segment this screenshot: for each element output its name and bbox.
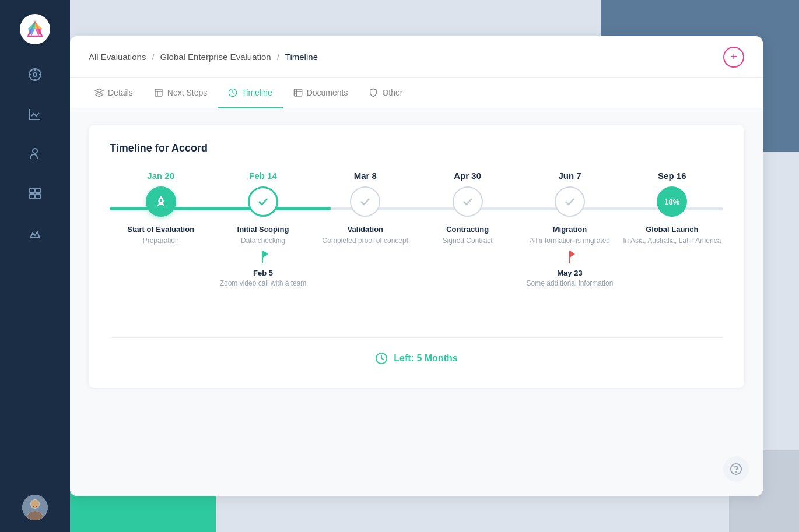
timeline-divider	[110, 337, 723, 338]
breadcrumb-sep-1: /	[152, 52, 154, 62]
add-button[interactable]: +	[723, 47, 744, 68]
content-area: Timeline for Accord Jan 20	[70, 108, 763, 496]
sidebar-item-overview[interactable]	[22, 62, 48, 87]
svg-rect-14	[30, 194, 34, 199]
milestone-apr30: Apr 30 Contracting Signed Contract	[416, 171, 518, 246]
milestone-date-sep16: Sep 16	[658, 171, 686, 181]
flag-feb5: Feb 5 Zoom video call with a team	[212, 251, 314, 288]
svg-rect-25	[155, 89, 162, 96]
clock-icon	[375, 352, 388, 365]
sidebar-item-goals[interactable]	[22, 220, 48, 246]
tab-next-steps[interactable]: Next Steps	[143, 78, 218, 108]
svg-rect-34	[262, 251, 263, 263]
svg-point-33	[160, 199, 162, 202]
milestone-jan20: Jan 20 Start of Evaluation Preparation	[110, 171, 212, 246]
milestone-circle-apr30	[453, 186, 483, 217]
flag-empty-3	[621, 251, 723, 288]
flag-red-icon	[565, 251, 575, 266]
rocket-icon	[154, 195, 168, 209]
sidebar	[0, 0, 70, 532]
left-time-label: Left: 5 Months	[394, 353, 457, 364]
timeline-track-area: Jan 20 Start of Evaluation Preparation	[110, 171, 723, 323]
breadcrumb-timeline: Timeline	[285, 52, 318, 62]
tab-next-steps-label: Next Steps	[167, 88, 207, 97]
milestone-name-jun7: Migration	[553, 225, 587, 234]
milestone-circle-jun7	[555, 186, 585, 217]
milestone-sep16: Sep 16 18% Global Launch In Asia, Austra…	[621, 171, 723, 246]
tab-other-label: Other	[382, 88, 402, 97]
details-icon	[94, 88, 104, 97]
milestone-date-jan20: Jan 20	[147, 171, 174, 181]
milestone-circle-mar8	[350, 186, 380, 217]
check-icon-feb14	[257, 195, 269, 208]
milestone-date-mar8: Mar 8	[354, 171, 377, 181]
header: All Evaluations / Global Enterprise Eval…	[70, 36, 763, 78]
tab-other[interactable]: Other	[358, 78, 413, 108]
milestone-circle-sep16: 18%	[657, 186, 687, 217]
breadcrumb-all-evaluations[interactable]: All Evaluations	[89, 52, 146, 62]
svg-marker-1	[28, 22, 35, 29]
milestone-name-jan20: Start of Evaluation	[127, 225, 194, 234]
red-flag-svg	[565, 251, 575, 263]
milestones-row: Jan 20 Start of Evaluation Preparation	[110, 171, 723, 246]
tab-documents-label: Documents	[307, 88, 348, 97]
flags-row: Feb 5 Zoom video call with a team	[110, 251, 723, 288]
check-icon-jun7	[563, 195, 576, 208]
sidebar-logo[interactable]	[20, 14, 50, 44]
milestone-sub-apr30: Signed Contract	[443, 236, 493, 246]
help-icon	[730, 463, 742, 475]
svg-rect-29	[294, 89, 302, 96]
sidebar-item-people[interactable]	[22, 141, 48, 167]
documents-icon	[293, 88, 303, 97]
svg-point-20	[31, 500, 39, 508]
flag-date-feb5: Feb 5	[253, 269, 273, 277]
svg-rect-23	[36, 506, 37, 507]
milestone-circle-feb14	[248, 186, 278, 217]
tab-documents[interactable]: Documents	[283, 78, 359, 108]
milestone-date-jun7: Jun 7	[558, 171, 581, 181]
flag-green-icon	[258, 251, 268, 266]
tab-details-label: Details	[108, 88, 133, 97]
tabs-bar: Details Next Steps Timeline D	[70, 78, 763, 108]
milestone-date-feb14: Feb 14	[249, 171, 277, 181]
help-button[interactable]	[723, 456, 749, 482]
flag-desc-feb5: Zoom video call with a team	[220, 279, 307, 288]
svg-marker-35	[263, 251, 268, 258]
svg-rect-13	[36, 188, 40, 193]
svg-rect-22	[33, 506, 34, 507]
svg-marker-2	[35, 22, 42, 29]
svg-rect-36	[569, 251, 570, 263]
milestone-name-feb14: Initial Scoping	[237, 225, 289, 234]
svg-marker-37	[570, 251, 575, 258]
milestone-mar8: Mar 8 Validation Completed proof of conc…	[314, 171, 416, 246]
svg-marker-24	[95, 89, 103, 93]
breadcrumb-sep-2: /	[277, 52, 279, 62]
sidebar-avatar[interactable]	[22, 495, 48, 520]
breadcrumb-global-enterprise[interactable]: Global Enterprise Evaluation	[160, 52, 271, 62]
sidebar-item-analytics[interactable]	[22, 101, 48, 127]
tab-details[interactable]: Details	[84, 78, 143, 108]
tab-timeline-label: Timeline	[241, 88, 272, 97]
breadcrumb: All Evaluations / Global Enterprise Eval…	[89, 52, 318, 62]
flag-may23: May 23 Some additional information	[518, 251, 621, 288]
other-icon	[369, 88, 378, 97]
flag-date-may23: May 23	[557, 269, 582, 277]
timeline-icon	[228, 88, 237, 97]
flag-empty-2	[416, 251, 518, 288]
milestone-date-apr30: Apr 30	[454, 171, 481, 181]
svg-point-6	[33, 73, 37, 76]
milestone-sub-mar8: Completed proof of concept	[323, 236, 408, 246]
tab-timeline[interactable]: Timeline	[218, 78, 282, 108]
timeline-title: Timeline for Accord	[110, 142, 723, 154]
milestone-name-apr30: Contracting	[446, 225, 489, 234]
check-icon-apr30	[461, 195, 474, 208]
milestone-circle-jan20	[146, 186, 176, 217]
milestone-sub-sep16: In Asia, Australia, Latin America	[623, 236, 721, 246]
milestone-sub-jun7: All information is migrated	[530, 236, 610, 246]
timeline-card: Timeline for Accord Jan 20	[89, 125, 744, 388]
milestone-name-mar8: Validation	[348, 225, 383, 234]
main-panel: All Evaluations / Global Enterprise Eval…	[70, 36, 763, 496]
sidebar-item-reports[interactable]	[22, 181, 48, 206]
milestone-progress-label: 18%	[664, 198, 679, 206]
flag-desc-may23: Some additional information	[527, 279, 614, 288]
